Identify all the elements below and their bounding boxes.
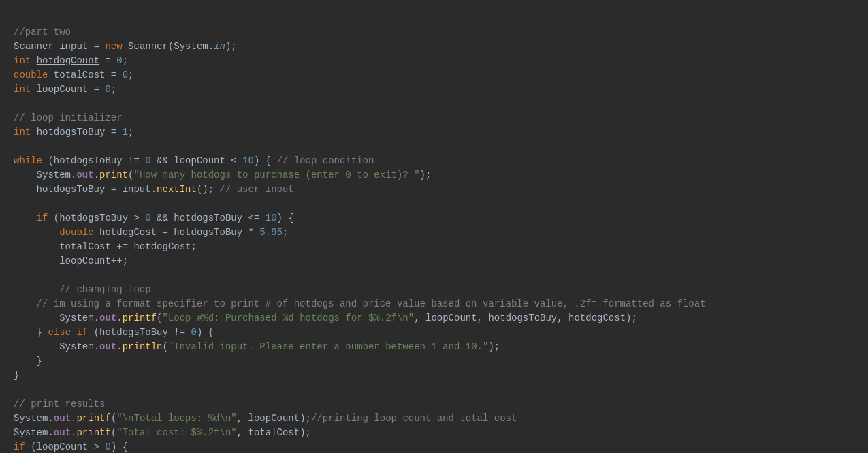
line-1: //part two Scanner input = new Scanner(S…	[14, 27, 706, 453]
code-editor: //part two Scanner input = new Scanner(S…	[14, 11, 854, 453]
